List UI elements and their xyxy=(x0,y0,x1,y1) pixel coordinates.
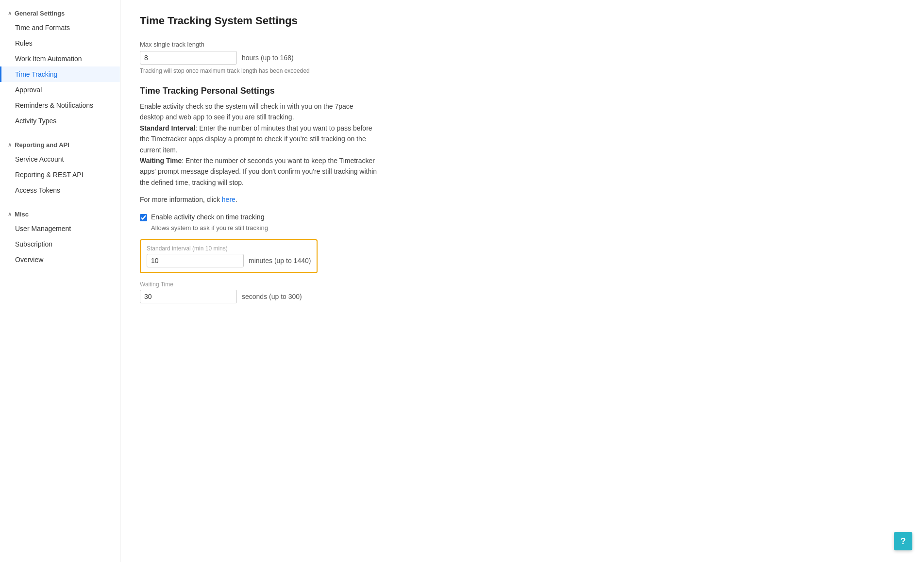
waiting-time-suffix: seconds (up to 300) xyxy=(242,293,302,300)
sidebar-item-rules[interactable]: Rules xyxy=(0,35,120,51)
more-info-link[interactable]: here xyxy=(222,196,235,203)
sidebar: ∧ General Settings Time and Formats Rule… xyxy=(0,0,120,562)
standard-interval-field-label: Standard interval (min 10 mins) xyxy=(147,245,311,252)
help-icon: ? xyxy=(901,536,906,546)
max-track-suffix: hours (up to 168) xyxy=(242,54,294,62)
max-track-label: Max single track length xyxy=(140,41,905,48)
more-info-row: For more information, click here. xyxy=(140,196,905,203)
standard-interval-bold: Standard Interval xyxy=(140,124,195,132)
activity-check-checkbox-row: Enable activity check on time tracking xyxy=(140,213,905,221)
max-track-input[interactable] xyxy=(140,51,237,65)
sidebar-item-reporting-rest-api[interactable]: Reporting & REST API xyxy=(0,167,120,182)
desc-line1: Enable activity check so the system will… xyxy=(140,102,353,110)
sidebar-item-approval[interactable]: Approval xyxy=(0,82,120,98)
desc-line2: desktop and web app to see if you are st… xyxy=(140,113,294,121)
personal-settings-description: Enable activity check so the system will… xyxy=(140,101,383,188)
sidebar-item-work-item-automation[interactable]: Work Item Automation xyxy=(0,51,120,66)
page-title: Time Tracking System Settings xyxy=(140,15,905,27)
max-track-hint: Tracking will stop once maximum track le… xyxy=(140,67,905,74)
sidebar-section-reporting-label: Reporting and API xyxy=(15,141,69,149)
sidebar-item-activity-types[interactable]: Activity Types xyxy=(0,113,120,129)
personal-settings-subtitle: Time Tracking Personal Settings xyxy=(140,86,905,96)
sidebar-section-general-label: General Settings xyxy=(15,10,65,17)
more-info-prefix: For more information, click xyxy=(140,196,222,203)
main-content: Time Tracking System Settings Max single… xyxy=(120,0,924,562)
more-info-suffix: . xyxy=(235,196,237,203)
activity-check-label: Enable activity check on time tracking xyxy=(151,213,264,221)
sidebar-item-subscription[interactable]: Subscription xyxy=(0,236,120,252)
chevron-down-icon-reporting: ∧ xyxy=(8,142,12,148)
sidebar-section-misc-label: Misc xyxy=(15,211,29,218)
max-track-section: Max single track length hours (up to 168… xyxy=(140,41,905,74)
standard-interval-wrapper: Standard interval (min 10 mins) minutes … xyxy=(140,239,318,273)
standard-interval-row: minutes (up to 1440) xyxy=(147,254,311,267)
standard-interval-suffix: minutes (up to 1440) xyxy=(249,257,311,264)
chevron-down-icon: ∧ xyxy=(8,10,12,17)
sidebar-section-misc[interactable]: ∧ Misc xyxy=(0,206,120,221)
waiting-time-bold: Waiting Time xyxy=(140,157,182,165)
sidebar-item-time-tracking[interactable]: Time Tracking xyxy=(0,66,120,82)
waiting-time-field-label: Waiting Time xyxy=(140,281,905,288)
sidebar-item-access-tokens[interactable]: Access Tokens xyxy=(0,182,120,198)
sidebar-item-service-account[interactable]: Service Account xyxy=(0,151,120,167)
activity-check-checkbox[interactable] xyxy=(140,214,147,221)
chevron-down-icon-misc: ∧ xyxy=(8,211,12,217)
help-button[interactable]: ? xyxy=(894,532,912,550)
max-track-input-row: hours (up to 168) xyxy=(140,51,905,65)
sidebar-item-reminders-notifications[interactable]: Reminders & Notifications xyxy=(0,98,120,113)
sidebar-section-general[interactable]: ∧ General Settings xyxy=(0,5,120,20)
sidebar-item-overview[interactable]: Overview xyxy=(0,252,120,267)
waiting-time-input[interactable] xyxy=(140,290,237,303)
sidebar-section-reporting[interactable]: ∧ Reporting and API xyxy=(0,136,120,151)
waiting-time-input-row: seconds (up to 300) xyxy=(140,290,905,303)
waiting-time-section: Waiting Time seconds (up to 300) xyxy=(140,281,905,303)
sidebar-item-user-management[interactable]: User Management xyxy=(0,221,120,236)
activity-check-hint: Allows system to ask if you're still tra… xyxy=(151,224,905,231)
standard-interval-input[interactable] xyxy=(147,254,244,267)
sidebar-item-time-and-formats[interactable]: Time and Formats xyxy=(0,20,120,35)
